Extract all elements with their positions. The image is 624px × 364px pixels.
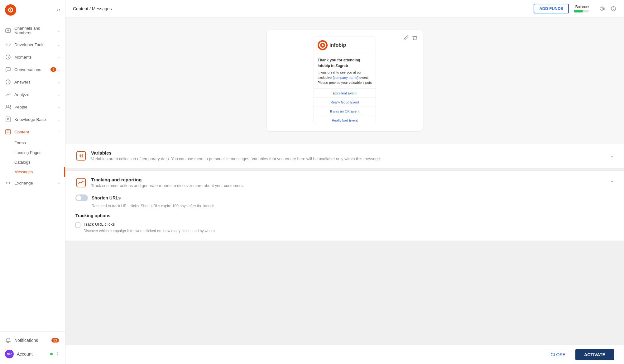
add-funds-button[interactable]: ADD FUNDS [534,4,569,13]
tracking-section-header[interactable]: Tracking and reporting Track customer ac… [65,171,624,194]
sidebar-item-answers[interactable]: Answers ⌄ [0,76,65,88]
header-divider [594,4,594,13]
exchange-label: Exchange [14,181,57,185]
moments-icon [5,54,11,60]
knowledge-label: Knowledge Base [14,117,57,122]
sidebar-subitem-messages[interactable]: Messages [0,167,65,177]
tracking-text: Tracking and reporting Track customer ac… [91,177,244,188]
sidebar-item-developer[interactable]: Developer Tools ⌄ [0,38,65,51]
activate-button[interactable]: ACTIVATE [575,349,614,360]
content-chevron: ⌃ [57,130,60,134]
svg-point-8 [322,44,324,46]
content-label: Content [14,130,57,134]
sidebar-item-content[interactable]: Content ⌃ [0,126,65,138]
app-logo[interactable] [5,4,16,16]
infobip-logo: infobip [318,40,346,50]
svg-rect-10 [77,178,85,187]
svg-rect-4 [6,130,11,134]
logo-inner-ring [8,7,13,12]
tracking-icon [75,177,87,188]
tracking-options-title: Tracking options [75,213,614,218]
btn-excellent[interactable]: Excellent Event [314,89,376,98]
shorten-urls-toggle[interactable] [75,194,88,201]
answers-chevron: ⌄ [57,80,60,84]
exchange-icon [5,180,11,186]
toggle-thumb [76,195,81,200]
message-preview-section: infobip Thank you for attending Infobip … [65,17,624,144]
edit-icon [403,35,409,41]
message-preview: infobip Thank you for attending Infobip … [314,36,376,125]
people-label: People [14,105,57,109]
sidebar-item-people[interactable]: People ⌄ [0,101,65,113]
svg-rect-3 [6,117,10,122]
balance-fill [574,10,583,12]
exchange-chevron: ⌄ [57,181,60,185]
sidebar-item-analyze[interactable]: Analyze ⌄ [0,88,65,101]
edit-button[interactable] [403,35,409,41]
balance-label: Balance [575,5,589,9]
variables-section-header[interactable]: Variables Variables are a collection of … [65,144,624,168]
knowledge-icon [5,116,11,122]
developer-chevron: ⌄ [57,43,60,47]
sidebar-item-conversations[interactable]: Conversations 8 ⌄ [0,63,65,76]
btn-really-good[interactable]: Really Good Event [314,98,376,107]
knowledge-chevron: ⌄ [57,117,60,122]
balance-section: Balance [574,5,589,12]
sidebar-subitem-forms[interactable]: Forms [0,138,65,148]
shorten-urls-sublabel: Required to track URL clicks. Short URLs… [92,204,614,208]
message-variable: {company name} [333,76,358,79]
mute-button[interactable] [599,6,605,12]
btn-ok[interactable]: It was an OK Event [314,107,376,116]
message-logo-bar: infobip [314,36,376,54]
sidebar-bottom: Notifications 33 VR Account ⋮ [0,331,65,364]
moments-label: Moments [14,55,57,60]
moments-chevron: ⌄ [57,55,60,59]
sidebar-subitem-landing[interactable]: Landing Pages [0,148,65,157]
channels-icon [5,27,11,34]
shorten-urls-row: Shorten URLs [75,194,614,201]
breadcrumb-current: Messages [92,6,112,11]
tracking-section: Tracking and reporting Track customer ac… [65,170,624,241]
notifications-item[interactable]: Notifications 33 [0,334,65,347]
notifications-icon [5,337,11,343]
header-right: ADD FUNDS Balance [534,4,617,13]
sidebar-subitem-catalogs[interactable]: Catalogs [0,157,65,167]
answers-icon [5,79,11,85]
notifications-label: Notifications [14,338,38,343]
developer-icon [5,41,11,48]
track-url-clicks-checkbox[interactable] [75,223,80,228]
message-buttons: Excellent Event Really Good Event It was… [314,89,376,125]
conversations-chevron: ⌄ [57,68,60,72]
help-icon [610,6,617,12]
avatar: VR [5,350,14,358]
svg-point-2 [7,105,8,107]
sidebar-item-exchange[interactable]: Exchange ⌄ [0,177,65,189]
btn-bad[interactable]: Really bad Event [314,116,376,125]
help-button[interactable] [610,6,617,12]
delete-button[interactable] [412,35,418,41]
header: Content / Messages ADD FUNDS Balance [65,0,624,17]
breadcrumb-root: Content [73,6,88,11]
sidebar-collapse-button[interactable]: ‹‹ [57,7,60,13]
tracking-title: Tracking and reporting [91,177,244,182]
analyze-icon [5,91,11,98]
account-item[interactable]: VR Account ⋮ [0,347,65,362]
conversations-icon [5,66,11,73]
account-more-icon[interactable]: ⋮ [55,351,60,357]
sidebar-item-moments[interactable]: Moments ⌄ [0,51,65,63]
sidebar-item-knowledge[interactable]: Knowledge Base ⌄ [0,113,65,126]
message-body: Thank you for attending Infobip in Zagre… [314,54,376,89]
variables-text: Variables Variables are a collection of … [91,150,381,161]
sidebar-item-channels[interactable]: Channels and Numbers ⌄ [0,23,65,38]
account-label: Account [17,352,33,357]
main-area: Content / Messages ADD FUNDS Balance [65,0,624,364]
message-title: Thank you for attending Infobip in Zagre… [318,57,372,69]
tracking-body: Shorten URLs Required to track URL click… [65,194,624,241]
close-button[interactable]: CLOSE [545,349,572,360]
channels-label: Channels and Numbers [14,26,57,35]
variables-chevron: ⌄ [610,153,614,158]
people-chevron: ⌄ [57,105,60,109]
content-sub-nav: Forms Landing Pages Catalogs Messages [0,138,65,177]
tracking-desc: Track customer actions and generate repo… [91,183,244,188]
track-url-clicks-desc: Discover which campaign links were click… [84,229,614,233]
